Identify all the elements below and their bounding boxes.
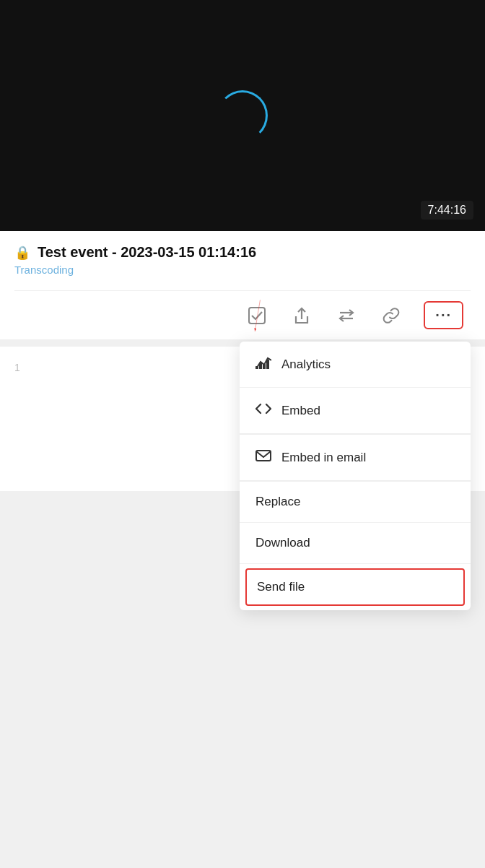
content-card: 🔒 Test event - 2023-03-15 01:14:16 Trans… bbox=[0, 231, 485, 339]
share-button[interactable] bbox=[289, 303, 314, 328]
menu-item-download[interactable]: Download bbox=[240, 523, 471, 564]
menu-item-embed[interactable]: Embed bbox=[240, 388, 471, 434]
lock-icon: 🔒 bbox=[14, 245, 30, 261]
svg-rect-0 bbox=[249, 308, 265, 324]
embed-email-label: Embed in email bbox=[281, 451, 366, 465]
transfer-button[interactable] bbox=[334, 303, 359, 328]
link-button[interactable] bbox=[379, 303, 403, 328]
email-icon bbox=[255, 448, 271, 467]
checkbox-button[interactable] bbox=[245, 303, 269, 328]
toolbar: ··· Analytics bbox=[14, 290, 471, 339]
video-title: Test event - 2023-03-15 01:14:16 bbox=[38, 244, 256, 261]
replace-label: Replace bbox=[255, 495, 300, 509]
more-options-button[interactable]: ··· bbox=[424, 301, 463, 329]
loading-spinner bbox=[217, 90, 268, 141]
download-label: Download bbox=[255, 536, 310, 550]
send-file-label: Send file bbox=[257, 580, 305, 594]
video-player: 7:44:16 bbox=[0, 0, 485, 231]
menu-item-replace[interactable]: Replace bbox=[240, 482, 471, 523]
analytics-icon bbox=[255, 355, 271, 374]
svg-rect-5 bbox=[256, 451, 271, 461]
menu-item-send-file[interactable]: Send file bbox=[245, 568, 465, 606]
code-icon bbox=[255, 401, 271, 420]
menu-item-embed-email[interactable]: Embed in email bbox=[240, 435, 471, 481]
video-duration: 7:44:16 bbox=[421, 201, 473, 220]
svg-rect-2 bbox=[259, 363, 262, 369]
video-status: Transcoding bbox=[14, 264, 471, 276]
dropdown-menu: Analytics Embed bbox=[240, 342, 471, 610]
svg-rect-4 bbox=[266, 360, 269, 369]
menu-item-analytics[interactable]: Analytics bbox=[240, 342, 471, 388]
more-dots: ··· bbox=[435, 307, 452, 324]
svg-rect-1 bbox=[255, 366, 258, 369]
page-number: 1 bbox=[14, 362, 20, 373]
embed-label: Embed bbox=[281, 404, 320, 418]
analytics-label: Analytics bbox=[281, 357, 331, 372]
video-title-row: 🔒 Test event - 2023-03-15 01:14:16 bbox=[14, 244, 471, 261]
svg-rect-3 bbox=[263, 364, 266, 369]
